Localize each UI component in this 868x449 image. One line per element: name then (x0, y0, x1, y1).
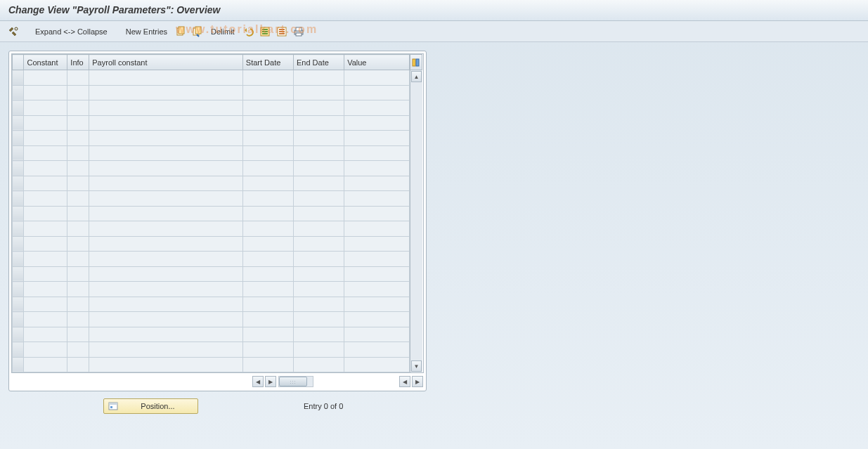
cell[interactable] (293, 131, 344, 146)
cell[interactable] (344, 236, 410, 252)
cell[interactable] (344, 266, 410, 282)
cell[interactable] (242, 70, 293, 86)
table-row[interactable] (13, 312, 410, 327)
cell[interactable] (293, 327, 344, 342)
cell[interactable] (89, 70, 243, 86)
col-header-constant[interactable]: Constant (24, 55, 67, 70)
cell[interactable] (24, 327, 67, 342)
cell[interactable] (293, 85, 344, 100)
cell[interactable] (89, 357, 243, 372)
vertical-scrollbar[interactable]: ▲ ▼ (410, 70, 422, 372)
undo-icon[interactable] (242, 25, 254, 38)
cell[interactable] (67, 266, 89, 282)
row-selector[interactable] (13, 85, 24, 100)
cell[interactable] (24, 357, 67, 372)
table-row[interactable] (13, 100, 410, 116)
row-selector[interactable] (13, 236, 24, 252)
cell[interactable] (24, 221, 67, 237)
cell[interactable] (24, 206, 67, 221)
deselect-all-icon[interactable] (276, 25, 288, 38)
row-selector[interactable] (13, 145, 24, 161)
table-row[interactable] (13, 115, 410, 131)
table-row[interactable] (13, 342, 410, 358)
cell[interactable] (24, 145, 67, 161)
scroll-right-icon[interactable]: ▶ (412, 376, 423, 387)
col-header-value[interactable]: Value (344, 55, 410, 70)
scroll-track[interactable]: ::: (278, 376, 313, 387)
cell[interactable] (24, 282, 67, 297)
cell[interactable] (344, 70, 410, 86)
cell[interactable] (293, 266, 344, 282)
table-row[interactable] (13, 357, 410, 372)
row-selector-header[interactable] (13, 55, 24, 70)
table-row[interactable] (13, 70, 410, 86)
cell[interactable] (344, 100, 410, 116)
cell[interactable] (344, 342, 410, 358)
cell[interactable] (89, 342, 243, 358)
table-row[interactable] (13, 145, 410, 161)
cell[interactable] (293, 221, 344, 237)
cell[interactable] (344, 312, 410, 327)
horizontal-scrollbar[interactable]: ◀ ▶ ::: ◀ ▶ (11, 375, 424, 389)
table-row[interactable] (13, 85, 410, 100)
table-row[interactable] (13, 176, 410, 191)
cell[interactable] (293, 312, 344, 327)
cell[interactable] (67, 161, 89, 176)
cell[interactable] (24, 342, 67, 358)
cell[interactable] (89, 327, 243, 342)
table-row[interactable] (13, 221, 410, 237)
row-selector[interactable] (13, 252, 24, 267)
scroll-left-end-icon[interactable]: ◀ (399, 376, 410, 387)
cell[interactable] (293, 252, 344, 267)
cell[interactable] (293, 297, 344, 312)
copy-icon[interactable] (174, 25, 187, 38)
row-selector[interactable] (13, 297, 24, 312)
cell[interactable] (67, 145, 89, 161)
cell[interactable] (67, 297, 89, 312)
cell[interactable] (89, 100, 243, 116)
cell[interactable] (89, 297, 243, 312)
cell[interactable] (242, 131, 293, 146)
row-selector[interactable] (13, 115, 24, 131)
cell[interactable] (344, 161, 410, 176)
cell[interactable] (293, 206, 344, 221)
cell[interactable] (67, 357, 89, 372)
cell[interactable] (24, 85, 67, 100)
cell[interactable] (242, 357, 293, 372)
cell[interactable] (242, 342, 293, 358)
table-row[interactable] (13, 131, 410, 146)
cell[interactable] (242, 221, 293, 237)
scroll-left-icon[interactable]: ◀ (252, 376, 264, 387)
cell[interactable] (67, 176, 89, 191)
cell[interactable] (242, 252, 293, 267)
cell[interactable] (293, 342, 344, 358)
cell[interactable] (293, 70, 344, 86)
scroll-right-step-icon[interactable]: ▶ (265, 376, 276, 387)
cell[interactable] (24, 297, 67, 312)
cell[interactable] (344, 282, 410, 297)
cell[interactable] (293, 176, 344, 191)
col-header-info[interactable]: Info (67, 55, 89, 70)
cell[interactable] (242, 191, 293, 207)
cell[interactable] (344, 176, 410, 191)
position-button[interactable]: Position... (103, 398, 198, 414)
col-header-end-date[interactable]: End Date (293, 55, 344, 70)
cell[interactable] (293, 161, 344, 176)
row-selector[interactable] (13, 282, 24, 297)
cell[interactable] (67, 252, 89, 267)
cell[interactable] (67, 85, 89, 100)
cell[interactable] (242, 297, 293, 312)
new-entries-button[interactable]: New Entries (123, 27, 170, 37)
row-selector[interactable] (13, 342, 24, 358)
cell[interactable] (89, 282, 243, 297)
cell[interactable] (24, 176, 67, 191)
cell[interactable] (344, 297, 410, 312)
cell[interactable] (67, 115, 89, 131)
tools-icon[interactable] (7, 25, 20, 38)
table-row[interactable] (13, 297, 410, 312)
cell[interactable] (67, 191, 89, 207)
row-selector[interactable] (13, 100, 24, 116)
cell[interactable] (24, 100, 67, 116)
cell[interactable] (67, 70, 89, 86)
cell[interactable] (242, 266, 293, 282)
